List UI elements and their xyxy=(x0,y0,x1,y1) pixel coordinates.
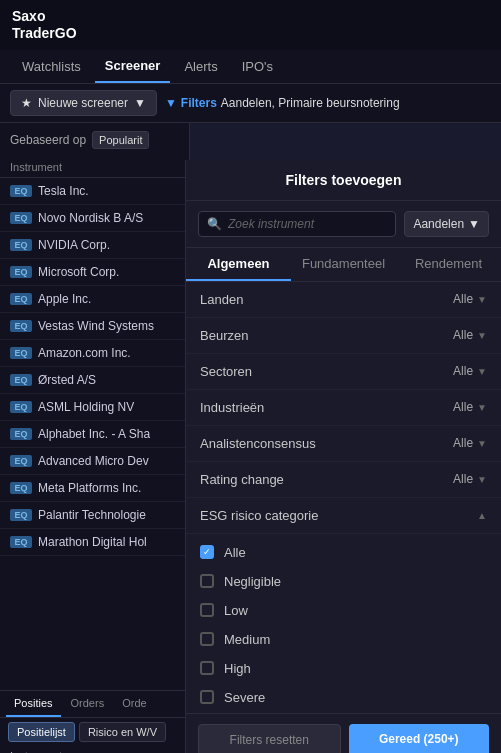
eq-badge: EQ xyxy=(10,428,32,440)
stock-name: Novo Nordisk B A/S xyxy=(38,211,143,225)
nav-ipos[interactable]: IPO's xyxy=(232,51,283,82)
list-item[interactable]: EQ Meta Platforms Inc. xyxy=(0,475,189,502)
chevron-down-icon: ▼ xyxy=(477,330,487,341)
tab-fundamenteel[interactable]: Fundamenteel xyxy=(291,248,396,281)
esg-option-severe[interactable]: Severe xyxy=(186,683,501,712)
list-item[interactable]: EQ Ørsted A/S xyxy=(0,367,189,394)
esg-checkbox-low[interactable] xyxy=(200,603,214,617)
tab-orders[interactable]: Orders xyxy=(63,691,113,717)
list-item[interactable]: EQ Amazon.com Inc. xyxy=(0,340,189,367)
popularity-button[interactable]: Popularit xyxy=(92,131,149,149)
esg-checkbox-medium[interactable] xyxy=(200,632,214,646)
esg-option-alle[interactable]: Alle xyxy=(186,538,501,567)
tab-posities[interactable]: Posities xyxy=(6,691,61,717)
asset-type-dropdown[interactable]: Aandelen ▼ xyxy=(404,211,489,237)
eq-badge: EQ xyxy=(10,401,32,413)
esg-checkbox-negligible[interactable] xyxy=(200,574,214,588)
esg-option-low[interactable]: Low xyxy=(186,596,501,625)
search-input-wrap[interactable]: 🔍 xyxy=(198,211,396,237)
reset-button[interactable]: Filters resetten xyxy=(198,724,341,753)
list-item[interactable]: EQ NVIDIA Corp. xyxy=(0,232,189,259)
stock-name: Ørsted A/S xyxy=(38,373,96,387)
chevron-down-icon: ▼ xyxy=(477,438,487,449)
list-item[interactable]: EQ Tesla Inc. xyxy=(0,178,189,205)
search-input[interactable] xyxy=(228,217,387,231)
eq-badge: EQ xyxy=(10,185,32,197)
stock-name: Vestas Wind Systems xyxy=(38,319,154,333)
stock-name: Microsoft Corp. xyxy=(38,265,119,279)
eq-badge: EQ xyxy=(10,536,32,548)
esg-option-negligible[interactable]: Negligible xyxy=(186,567,501,596)
list-item[interactable]: EQ Alphabet Inc. - A Sha xyxy=(0,421,189,448)
search-icon: 🔍 xyxy=(207,217,222,231)
tab-rendement[interactable]: Rendement xyxy=(396,248,501,281)
sub-tab-risico[interactable]: Risico en W/V xyxy=(79,722,166,742)
filter-overlay: Filters toevoegen 🔍 Aandelen ▼ Algemeen … xyxy=(185,160,501,753)
instrument-header: Instrument xyxy=(0,157,189,178)
stock-name: NVIDIA Corp. xyxy=(38,238,110,252)
tab-orde[interactable]: Orde xyxy=(114,691,154,717)
toolbar: ★ Nieuwe screener ▼ ▼ Filters Aandelen, … xyxy=(0,84,501,123)
esg-checkbox-severe[interactable] xyxy=(200,690,214,704)
filter-analistenconsensus[interactable]: Analistenconsensus Alle ▼ xyxy=(186,426,501,462)
chevron-up-icon: ▲ xyxy=(477,510,487,521)
instrument-col: Instrument ▲ xyxy=(0,746,185,753)
overlay-title: Filters toevoegen xyxy=(186,160,501,201)
eq-badge: EQ xyxy=(10,374,32,386)
filters-body: Landen Alle ▼ Beurzen Alle ▼ Sectoren Al… xyxy=(186,282,501,713)
star-icon: ★ xyxy=(21,96,32,110)
done-button[interactable]: Gereed (250+) xyxy=(349,724,490,753)
list-item[interactable]: EQ Novo Nordisk B A/S xyxy=(0,205,189,232)
sub-tab-positielijst[interactable]: Positielijst xyxy=(8,722,75,742)
main-content: Gebaseerd op Popularit Instrument EQ Tes… xyxy=(0,123,501,753)
stock-name: Alphabet Inc. - A Sha xyxy=(38,427,150,441)
filter-icon: ▼ xyxy=(165,96,177,110)
esg-options: Alle Negligible Low Medium High xyxy=(186,534,501,713)
list-item[interactable]: EQ Advanced Micro Dev xyxy=(0,448,189,475)
list-item[interactable]: EQ Microsoft Corp. xyxy=(0,259,189,286)
stock-name: Amazon.com Inc. xyxy=(38,346,131,360)
esg-filter-header[interactable]: ESG risico categorie ▲ xyxy=(186,498,501,534)
filter-industrieen[interactable]: Industrieën Alle ▼ xyxy=(186,390,501,426)
bottom-tabs: Posities Orders Orde xyxy=(0,691,185,718)
chevron-down-icon: ▼ xyxy=(477,366,487,377)
nav-bar: Watchlists Screener Alerts IPO's xyxy=(0,50,501,84)
chevron-down-icon: ▼ xyxy=(477,294,487,305)
filter-landen[interactable]: Landen Alle ▼ xyxy=(186,282,501,318)
eq-badge: EQ xyxy=(10,239,32,251)
list-item[interactable]: EQ Marathon Digital Hol xyxy=(0,529,189,556)
overlay-footer: Filters resetten Gereed (250+) xyxy=(186,713,501,753)
stock-name: Meta Platforms Inc. xyxy=(38,481,141,495)
esg-option-medium[interactable]: Medium xyxy=(186,625,501,654)
eq-badge: EQ xyxy=(10,320,32,332)
filter-tabs: Algemeen Fundamenteel Rendement xyxy=(186,248,501,282)
stock-name: ASML Holding NV xyxy=(38,400,134,414)
app-header: Saxo TraderGO xyxy=(0,0,501,50)
sort-icon: ▲ xyxy=(66,750,77,753)
eq-badge: EQ xyxy=(10,266,32,278)
esg-checkbox-high[interactable] xyxy=(200,661,214,675)
filter-rating-change[interactable]: Rating change Alle ▼ xyxy=(186,462,501,498)
filter-sectoren[interactable]: Sectoren Alle ▼ xyxy=(186,354,501,390)
esg-option-high[interactable]: High xyxy=(186,654,501,683)
chevron-down-icon: ▼ xyxy=(477,402,487,413)
search-row: 🔍 Aandelen ▼ xyxy=(186,201,501,248)
gebaseerd-row: Gebaseerd op Popularit xyxy=(0,123,189,157)
list-item[interactable]: EQ Vestas Wind Systems xyxy=(0,313,189,340)
nav-screener[interactable]: Screener xyxy=(95,50,171,83)
filter-beurzen[interactable]: Beurzen Alle ▼ xyxy=(186,318,501,354)
stock-name: Advanced Micro Dev xyxy=(38,454,149,468)
esg-checkbox-alle[interactable] xyxy=(200,545,214,559)
tab-algemeen[interactable]: Algemeen xyxy=(186,248,291,281)
bottom-panel: Posities Orders Orde Positielijst Risico… xyxy=(0,690,185,753)
nav-alerts[interactable]: Alerts xyxy=(174,51,227,82)
stock-list: EQ Tesla Inc. EQ Novo Nordisk B A/S EQ N… xyxy=(0,178,189,556)
list-item[interactable]: EQ Palantir Technologie xyxy=(0,502,189,529)
list-item[interactable]: EQ ASML Holding NV xyxy=(0,394,189,421)
stock-name: Tesla Inc. xyxy=(38,184,89,198)
list-item[interactable]: EQ Apple Inc. xyxy=(0,286,189,313)
stock-name: Apple Inc. xyxy=(38,292,91,306)
instrument-col-label: Instrument xyxy=(10,161,62,173)
nav-watchlists[interactable]: Watchlists xyxy=(12,51,91,82)
new-screener-button[interactable]: ★ Nieuwe screener ▼ xyxy=(10,90,157,116)
